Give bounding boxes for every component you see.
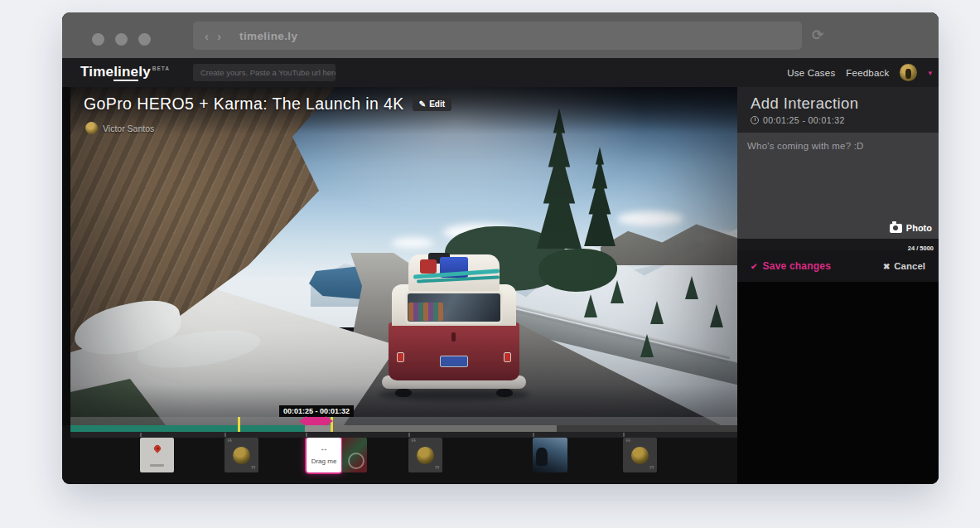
video-title: GoPro HERO5 + Karma: The Launch in 4K	[84, 94, 404, 114]
quote-open-icon: “	[411, 438, 417, 448]
drag-arrows-icon: ↔	[307, 444, 341, 453]
tick-mark	[408, 433, 410, 437]
save-changes-button[interactable]: ✔Save changes	[751, 260, 831, 272]
edit-label: Edit	[429, 99, 445, 109]
user-avatar[interactable]	[900, 64, 917, 81]
tick-mark	[533, 433, 534, 437]
chevron-down-icon[interactable]: ▾	[928, 69, 932, 77]
map-caption	[150, 464, 164, 467]
tick-mark	[306, 433, 307, 437]
map-pin-icon	[152, 443, 162, 453]
selection-range[interactable]	[307, 417, 326, 425]
thumbnail-map[interactable]	[140, 438, 174, 472]
time-range-tooltip: 00:01:25 - 00:01:32	[279, 405, 354, 417]
tick-mark	[224, 433, 226, 437]
thumbnail-quote[interactable]: “ ”	[623, 438, 657, 472]
progress-played[interactable]	[70, 425, 305, 432]
nav-use-cases[interactable]: Use Cases	[787, 68, 835, 78]
progress-selection-gap[interactable]	[305, 425, 331, 432]
tick-mark	[623, 433, 625, 437]
check-icon: ✔	[751, 262, 758, 271]
beta-badge: BETA	[152, 65, 170, 71]
quote-open-icon: “	[227, 438, 233, 448]
progress-buffered[interactable]	[331, 425, 557, 432]
van-taillight	[504, 352, 511, 362]
van-red-bag	[420, 259, 437, 274]
app-logo[interactable]: TimelinelyBETA	[80, 64, 170, 80]
van-vent	[451, 332, 456, 342]
cancel-button[interactable]: ✖Cancel	[883, 261, 925, 271]
window-control-icon[interactable]	[92, 33, 104, 46]
progress-remaining[interactable]	[557, 425, 737, 432]
thumbnail-quote[interactable]: “ ”	[408, 438, 442, 472]
browser-window: ‹ › timeline.ly ⟳ TimelinelyBETA Use Cas…	[62, 12, 939, 484]
van-wheel	[496, 389, 513, 397]
quote-avatar	[631, 447, 649, 464]
nav-feedback[interactable]: Feedback	[846, 68, 889, 78]
author-name: Victor Santos	[103, 124, 154, 133]
camera-icon	[890, 224, 902, 233]
refresh-icon[interactable]: ⟳	[812, 27, 823, 44]
youtube-url-input[interactable]	[193, 64, 336, 81]
photo-label: Photo	[906, 223, 932, 233]
van-license-plate	[440, 356, 468, 367]
interaction-marker[interactable]	[238, 417, 240, 432]
timeline-tick-ruler	[70, 432, 737, 438]
van-body	[389, 322, 519, 380]
logo-text-underlined: line	[113, 64, 138, 81]
cancel-label: Cancel	[894, 261, 925, 271]
scene-cloud	[392, 238, 433, 248]
clock-icon	[751, 116, 759, 124]
author-avatar	[85, 122, 98, 134]
logo-text: ly	[138, 64, 151, 80]
edit-icon: ✎	[419, 99, 426, 109]
app-header: TimelinelyBETA Use Cases Feedback ▾	[62, 58, 939, 87]
photo-button[interactable]: Photo	[890, 223, 932, 233]
add-interaction-panel: Add Interaction 00:01:25 - 00:01:32 Who'…	[737, 87, 939, 484]
url-text: timeline.ly	[239, 30, 297, 42]
panel-header: Add Interaction 00:01:25 - 00:01:32	[737, 87, 939, 133]
drag-me-label: Drag me	[307, 458, 341, 465]
window-control-icon[interactable]	[115, 33, 128, 46]
browser-chrome: ‹ › timeline.ly ⟳	[62, 12, 939, 58]
quote-avatar	[233, 447, 250, 464]
selection-handle-right[interactable]	[326, 416, 333, 426]
thumbnail-photo[interactable]	[533, 438, 567, 472]
thumbnail-artwork[interactable]	[342, 438, 367, 472]
drag-me-card[interactable]: ↔ Drag me	[305, 436, 343, 474]
quote-open-icon: “	[625, 438, 631, 448]
quote-avatar	[417, 447, 434, 464]
selection-handle-left[interactable]	[299, 416, 307, 426]
timeline-scrubber[interactable]: 00:01:25 - 00:01:32	[70, 417, 737, 432]
comment-text: Who's coming with me? :D	[747, 141, 864, 151]
scene-camper-van	[375, 249, 533, 400]
thumbnail-quote[interactable]: “ ”	[224, 438, 258, 472]
char-counter-row: 24 / 5000	[737, 239, 939, 250]
close-icon: ✖	[883, 262, 890, 271]
interaction-time-range: 00:01:25 - 00:01:32	[763, 115, 845, 125]
van-wheel	[395, 389, 412, 397]
van-curtain	[408, 303, 443, 321]
panel-actions: ✔Save changes ✖Cancel	[737, 250, 939, 282]
url-bar[interactable]: ‹ › timeline.ly	[193, 22, 802, 50]
scene-cloud	[617, 211, 683, 226]
van-taillight	[397, 352, 404, 362]
edit-title-button[interactable]: ✎Edit	[413, 97, 451, 111]
quote-close-icon: ”	[251, 463, 257, 472]
video-player[interactable]: GoPro HERO5 + Karma: The Launch in 4K ✎E…	[70, 87, 737, 425]
panel-title: Add Interaction	[751, 94, 925, 113]
scrubber-band[interactable]	[70, 417, 737, 425]
tick-mark	[140, 433, 142, 437]
window-control-icon[interactable]	[138, 33, 151, 46]
back-icon[interactable]: ‹	[205, 30, 209, 42]
save-label: Save changes	[763, 260, 831, 272]
quote-close-icon: ”	[435, 463, 441, 472]
forward-icon[interactable]: ›	[217, 30, 221, 42]
comment-textarea[interactable]: Who's coming with me? :D Photo	[737, 133, 939, 239]
quote-close-icon: ”	[649, 463, 655, 472]
logo-text: Time	[80, 64, 113, 80]
